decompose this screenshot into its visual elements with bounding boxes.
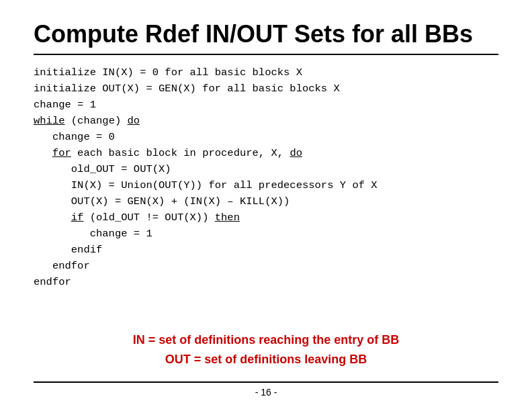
code-line-1: initialize OUT(X) = GEN(X) for all basic… (34, 81, 498, 97)
keyword-if: if (71, 212, 84, 224)
keyword-do-for: do (290, 147, 302, 159)
code-line-8: OUT(X) = GEN(X) + (IN(X) – KILL(X)) (34, 193, 498, 210)
code-line-9: if (old_OUT != OUT(X)) then (34, 210, 498, 226)
code-line-0: initialize IN(X) = 0 for all basic block… (34, 64, 498, 81)
keyword-do-while: do (128, 115, 140, 127)
keyword-while: while (34, 115, 65, 127)
slide-content: initialize IN(X) = 0 for all basic block… (34, 64, 498, 376)
code-line-4: change = 0 (34, 129, 498, 145)
slide: Compute Rdef IN/OUT Sets for all BBs ini… (0, 0, 532, 411)
summary-line1: IN = set of definitions reaching the ent… (34, 330, 498, 350)
code-line-3: while (change) do (34, 113, 498, 129)
code-line-6: old_OUT = OUT(X) (34, 161, 498, 177)
title-divider (34, 54, 498, 55)
code-line-11: endif (34, 242, 498, 258)
code-block: initialize IN(X) = 0 for all basic block… (34, 64, 498, 290)
summary-line2: OUT = set of definitions leaving BB (34, 350, 498, 369)
bottom-divider (34, 381, 498, 383)
code-line-7: IN(X) = Union(OUT(Y)) for all predecesso… (34, 177, 498, 193)
code-line-13: endfor (34, 274, 498, 290)
summary-block: IN = set of definitions reaching the ent… (34, 330, 498, 369)
code-line-5: for each basic block in procedure, X, do (34, 145, 498, 161)
code-line-12: endfor (34, 258, 498, 274)
page-number: - 16 - (34, 387, 498, 398)
code-line-10: change = 1 (34, 226, 498, 242)
slide-title: Compute Rdef IN/OUT Sets for all BBs (34, 20, 498, 48)
keyword-then: then (215, 212, 240, 224)
code-line-2: change = 1 (34, 97, 498, 113)
keyword-for: for (52, 147, 71, 159)
